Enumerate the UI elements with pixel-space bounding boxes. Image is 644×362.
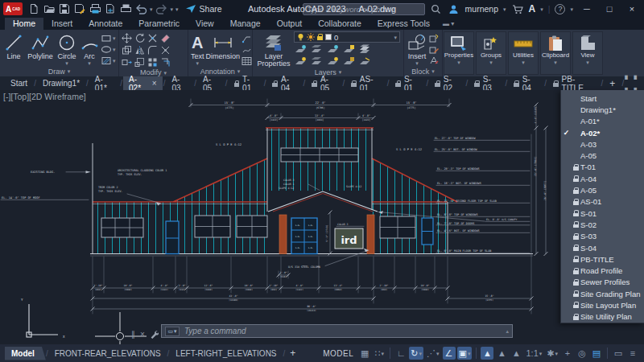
- file-tab-t-01[interactable]: T-01: [229, 76, 263, 90]
- ribbon-tab-parametric[interactable]: Parametric: [130, 18, 188, 30]
- trim-icon[interactable]: [147, 33, 158, 43]
- customization-menu-icon[interactable]: ≡: [626, 347, 639, 360]
- share-button[interactable]: Share: [185, 4, 222, 14]
- layout-tab-left-right-elevations[interactable]: LEFT-RIGHT_ELEVATIONS: [169, 347, 283, 360]
- sheet-menu-item-road-profile[interactable]: Road Profile: [561, 265, 644, 276]
- help-icon[interactable]: ?: [555, 4, 565, 14]
- layer-thaw-all-icon[interactable]: [310, 56, 323, 67]
- annotation-visibility-icon[interactable]: ▲: [481, 347, 493, 360]
- fillet-icon[interactable]: [147, 45, 158, 56]
- polyline-button[interactable]: Polyline: [27, 31, 54, 60]
- search-icon[interactable]: [430, 3, 443, 15]
- circle-button[interactable]: Circle▾: [56, 31, 78, 66]
- copy-icon[interactable]: [122, 45, 132, 56]
- create-block-button[interactable]: [429, 33, 439, 43]
- scale-value[interactable]: 1:1▾: [524, 347, 543, 360]
- pane-icon[interactable]: ▭: [612, 347, 625, 360]
- undo-icon[interactable]: [134, 3, 147, 15]
- sheet-menu-item-a-05[interactable]: A-05: [561, 184, 644, 195]
- user-avatar-icon[interactable]: [448, 3, 460, 15]
- file-tab-s-02[interactable]: S-02: [429, 76, 464, 90]
- new-file-icon[interactable]: [27, 3, 40, 15]
- sheet-menu-item-s-01[interactable]: S-01: [561, 208, 644, 219]
- edit-block-button[interactable]: [429, 44, 439, 55]
- rectangle-button[interactable]: ▾: [101, 33, 116, 43]
- layout-tab-front-rear-elevations[interactable]: FRONT-REAR_ELEVATIONS: [48, 347, 167, 360]
- hardware-acceleration-icon[interactable]: ▤: [590, 347, 603, 360]
- scale-icon[interactable]: [134, 57, 145, 68]
- arc-button[interactable]: Arc▾: [80, 31, 99, 66]
- layer-isolate-icon[interactable]: [294, 44, 307, 55]
- new-drawing-tab-button[interactable]: +: [604, 76, 621, 90]
- view-panel-collapsed[interactable]: View ▾: [572, 31, 603, 75]
- edit-attributes-button[interactable]: [429, 56, 439, 66]
- layer-off-icon[interactable]: [326, 44, 339, 55]
- layer-dropdown-caret-icon[interactable]: ▾: [394, 35, 397, 40]
- maximize-button[interactable]: □: [601, 4, 618, 14]
- file-tab-a-03[interactable]: A-03: [166, 76, 193, 90]
- ribbon-tab-collaborate[interactable]: Collaborate: [310, 18, 369, 30]
- caret-icon[interactable]: ▾: [555, 351, 558, 356]
- file-tab-drawing1-[interactable]: Drawing1*: [37, 76, 85, 90]
- annotation-scale-icon[interactable]: ▲: [510, 347, 522, 360]
- model-space-indicator[interactable]: MODEL: [323, 349, 353, 358]
- sheet-menu-item-site-grading-plan[interactable]: Site Grading Plan: [561, 288, 644, 299]
- ribbon-tab-express-tools[interactable]: Express Tools: [369, 18, 438, 30]
- grid-icon[interactable]: ▦: [358, 347, 371, 360]
- save-as-icon[interactable]: [73, 3, 86, 15]
- table-button[interactable]: [242, 56, 252, 66]
- snap-icon[interactable]: ∷▾: [373, 347, 386, 360]
- sheet-menu-item-pb-title[interactable]: PB-TITLE: [561, 253, 644, 265]
- file-tab-s-04[interactable]: S-04: [508, 76, 543, 90]
- print-icon[interactable]: [119, 3, 132, 15]
- caret-icon[interactable]: ▾: [539, 351, 543, 356]
- command-customize-wrench-icon[interactable]: [150, 330, 159, 339]
- file-tab-a-04[interactable]: A-04: [266, 76, 302, 90]
- mirror-icon[interactable]: [134, 45, 145, 56]
- groups-panel-collapsed[interactable]: Groups ▾: [476, 31, 506, 75]
- command-line-grip[interactable]: ∥ ×: [131, 330, 159, 339]
- command-input[interactable]: Type a command: [184, 327, 501, 335]
- plus-icon[interactable]: +: [561, 347, 574, 360]
- layer-dropdown[interactable]: 0 ▾: [294, 31, 400, 43]
- file-tab-start[interactable]: Start: [5, 76, 33, 90]
- ribbon-tab-view[interactable]: View: [188, 18, 222, 30]
- file-tab-s-01[interactable]: S-01: [390, 76, 425, 90]
- autocad-logo[interactable]: ACAD: [3, 2, 23, 15]
- qat-customize-icon[interactable]: ▾: [175, 6, 179, 12]
- sheet-menu-item-s-04[interactable]: S-04: [561, 242, 644, 253]
- offset-icon[interactable]: [160, 57, 171, 68]
- dimension-button[interactable]: Dimension: [206, 31, 241, 60]
- workspace-gear-icon[interactable]: ✱▾: [545, 347, 559, 360]
- save-icon[interactable]: [58, 3, 71, 15]
- username[interactable]: murnenp: [465, 4, 498, 14]
- object-snap-tracking-icon[interactable]: ∠: [443, 347, 456, 360]
- ortho-icon[interactable]: ∟: [394, 347, 407, 360]
- annotation-autoscale-icon[interactable]: ▲: [495, 347, 508, 360]
- ucs-icon[interactable]: [27, 304, 58, 337]
- layer-unisolate-icon[interactable]: [294, 56, 307, 67]
- viewport-controls[interactable]: [-][Top][2D Wireframe]: [3, 92, 86, 101]
- layer-match-icon[interactable]: [358, 56, 371, 67]
- file-tab-s-03[interactable]: S-03: [469, 76, 504, 90]
- layer-freeze-icon[interactable]: [310, 44, 323, 55]
- sheet-menu-item-a-05[interactable]: A-05: [561, 150, 644, 161]
- erase-icon[interactable]: [160, 33, 171, 43]
- cart-icon[interactable]: [511, 3, 524, 15]
- ribbon-tab-manage[interactable]: Manage: [222, 18, 269, 30]
- ribbon-tab-annotate[interactable]: Annotate: [80, 18, 130, 30]
- user-menu-caret-icon[interactable]: ▾: [503, 6, 506, 12]
- explode-icon[interactable]: [160, 45, 171, 56]
- plot-icon[interactable]: [89, 3, 101, 15]
- minimize-button[interactable]: ─: [578, 4, 596, 14]
- sheet-menu-item-a-03[interactable]: A-03: [561, 138, 644, 150]
- command-history-icon[interactable]: ▴: [506, 328, 509, 335]
- file-tab-a-05[interactable]: A-05: [306, 76, 341, 90]
- sheet-menu-item-s-03[interactable]: S-03: [561, 231, 644, 242]
- sheet-menu-item-t-01[interactable]: T-01: [561, 162, 644, 173]
- sheet-menu-item-drawing1-[interactable]: Drawing1*: [561, 104, 644, 115]
- undo-caret-icon[interactable]: ▾: [150, 6, 153, 12]
- layer-unlock-all-icon[interactable]: [342, 56, 355, 67]
- ribbon-tab-home[interactable]: Home: [5, 18, 43, 30]
- ribbon-tab-output[interactable]: Output: [269, 18, 311, 30]
